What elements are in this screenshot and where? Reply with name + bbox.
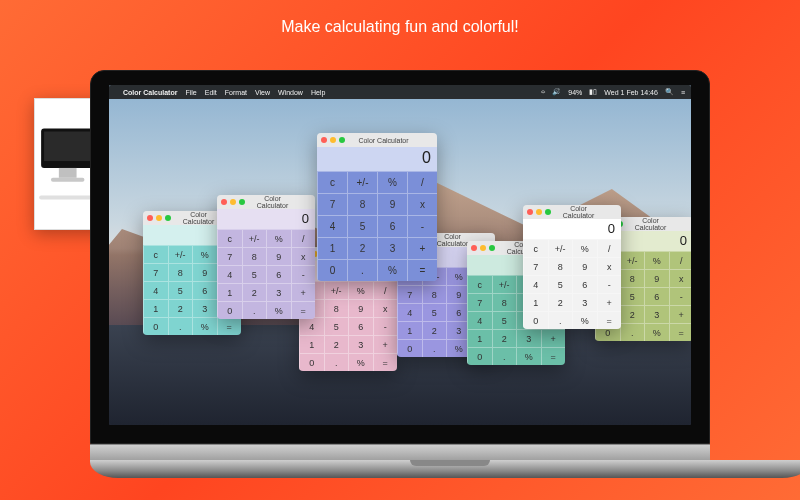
key-d2[interactable]: 2 bbox=[620, 305, 645, 323]
key-divide[interactable]: / bbox=[597, 239, 622, 257]
zoom-icon[interactable] bbox=[339, 137, 345, 143]
key-d3[interactable]: 3 bbox=[516, 329, 541, 347]
key-d4[interactable]: 4 bbox=[523, 275, 548, 293]
notification-center-icon[interactable]: ≡ bbox=[681, 89, 685, 96]
key-d7[interactable]: 7 bbox=[317, 193, 347, 215]
calculator-window-blue[interactable]: Color Calculator 0 c+/-%/789x456-123+0.%… bbox=[317, 133, 437, 281]
key-divide[interactable]: / bbox=[373, 281, 398, 299]
key-clear[interactable]: c bbox=[217, 229, 242, 247]
key-d8[interactable]: 8 bbox=[347, 193, 377, 215]
key-d3[interactable]: 3 bbox=[644, 305, 669, 323]
key-d2[interactable]: 2 bbox=[242, 283, 267, 301]
key-d4[interactable]: 4 bbox=[217, 265, 242, 283]
key-d5[interactable]: 5 bbox=[548, 275, 573, 293]
key-d1[interactable]: 1 bbox=[397, 321, 422, 339]
key-d2[interactable]: 2 bbox=[492, 329, 517, 347]
minimize-icon[interactable] bbox=[536, 209, 542, 215]
key-decimal[interactable]: . bbox=[324, 353, 349, 371]
minimize-icon[interactable] bbox=[330, 137, 336, 143]
key-d0[interactable]: 0 bbox=[317, 259, 347, 281]
key-sign[interactable]: +/- bbox=[324, 281, 349, 299]
key-d5[interactable]: 5 bbox=[168, 281, 193, 299]
key-percent[interactable]: % bbox=[266, 301, 291, 319]
key-minus[interactable]: - bbox=[669, 287, 692, 305]
key-d8[interactable]: 8 bbox=[324, 299, 349, 317]
key-d9[interactable]: 9 bbox=[377, 193, 407, 215]
calculator-window-white[interactable]: Color Calculator 0 c+/-%/789x456-123+0.%… bbox=[523, 205, 621, 329]
key-clear[interactable]: c bbox=[523, 239, 548, 257]
key-d0[interactable]: 0 bbox=[143, 317, 168, 335]
key-d2[interactable]: 2 bbox=[347, 237, 377, 259]
menu-edit[interactable]: Edit bbox=[205, 89, 217, 96]
key-d4[interactable]: 4 bbox=[467, 311, 492, 329]
key-d0[interactable]: 0 bbox=[217, 301, 242, 319]
calculator-window-lavender[interactable]: Color Calculator 0 c+/-%/789x456-123+0.%… bbox=[217, 195, 315, 319]
key-sign[interactable]: +/- bbox=[548, 239, 573, 257]
key-d0[interactable]: 0 bbox=[299, 353, 324, 371]
minimize-icon[interactable] bbox=[156, 215, 162, 221]
key-multiply[interactable]: x bbox=[291, 247, 316, 265]
key-d0[interactable]: 0 bbox=[397, 339, 422, 357]
key-d8[interactable]: 8 bbox=[422, 285, 447, 303]
menubar-clock[interactable]: Wed 1 Feb 14:46 bbox=[604, 89, 658, 96]
key-plus[interactable]: + bbox=[669, 305, 692, 323]
key-d2[interactable]: 2 bbox=[324, 335, 349, 353]
menu-help[interactable]: Help bbox=[311, 89, 325, 96]
key-d4[interactable]: 4 bbox=[317, 215, 347, 237]
key-d9[interactable]: 9 bbox=[572, 257, 597, 275]
key-clear[interactable]: c bbox=[317, 171, 347, 193]
key-equals[interactable]: = bbox=[291, 301, 316, 319]
key-d0[interactable]: 0 bbox=[523, 311, 548, 329]
key-d9[interactable]: 9 bbox=[192, 263, 217, 281]
key-minus[interactable]: - bbox=[407, 215, 437, 237]
key-sign[interactable]: +/- bbox=[492, 275, 517, 293]
key-equals[interactable]: = bbox=[669, 323, 692, 341]
menu-window[interactable]: Window bbox=[278, 89, 303, 96]
key-d3[interactable]: 3 bbox=[377, 237, 407, 259]
key-d1[interactable]: 1 bbox=[317, 237, 347, 259]
key-d9[interactable]: 9 bbox=[644, 269, 669, 287]
key-percent[interactable]: % bbox=[348, 281, 373, 299]
key-d8[interactable]: 8 bbox=[548, 257, 573, 275]
close-icon[interactable] bbox=[321, 137, 327, 143]
key-d3[interactable]: 3 bbox=[266, 283, 291, 301]
key-d6[interactable]: 6 bbox=[572, 275, 597, 293]
minimize-icon[interactable] bbox=[480, 245, 486, 251]
key-minus[interactable]: - bbox=[291, 265, 316, 283]
key-clear[interactable]: c bbox=[143, 245, 168, 263]
key-d6[interactable]: 6 bbox=[644, 287, 669, 305]
key-d1[interactable]: 1 bbox=[467, 329, 492, 347]
key-d7[interactable]: 7 bbox=[397, 285, 422, 303]
battery-icon[interactable]: ▮▯ bbox=[589, 88, 597, 96]
key-d9[interactable]: 9 bbox=[266, 247, 291, 265]
key-d8[interactable]: 8 bbox=[492, 293, 517, 311]
menu-view[interactable]: View bbox=[255, 89, 270, 96]
key-minus[interactable]: - bbox=[373, 317, 398, 335]
key-d0[interactable]: 0 bbox=[467, 347, 492, 365]
key-percent[interactable]: % bbox=[348, 353, 373, 371]
key-percent[interactable]: % bbox=[377, 259, 407, 281]
key-d5[interactable]: 5 bbox=[324, 317, 349, 335]
key-clear[interactable]: c bbox=[467, 275, 492, 293]
key-d6[interactable]: 6 bbox=[192, 281, 217, 299]
zoom-icon[interactable] bbox=[239, 199, 245, 205]
close-icon[interactable] bbox=[221, 199, 227, 205]
menu-file[interactable]: File bbox=[185, 89, 196, 96]
key-d2[interactable]: 2 bbox=[422, 321, 447, 339]
key-d2[interactable]: 2 bbox=[548, 293, 573, 311]
key-percent[interactable]: % bbox=[192, 317, 217, 335]
key-d5[interactable]: 5 bbox=[620, 287, 645, 305]
key-plus[interactable]: + bbox=[541, 329, 566, 347]
key-sign[interactable]: +/- bbox=[168, 245, 193, 263]
key-decimal[interactable]: . bbox=[347, 259, 377, 281]
window-titlebar[interactable]: Color Calculator bbox=[317, 133, 437, 147]
key-decimal[interactable]: . bbox=[492, 347, 517, 365]
key-d4[interactable]: 4 bbox=[143, 281, 168, 299]
close-icon[interactable] bbox=[147, 215, 153, 221]
key-d6[interactable]: 6 bbox=[377, 215, 407, 237]
key-d8[interactable]: 8 bbox=[168, 263, 193, 281]
key-d1[interactable]: 1 bbox=[143, 299, 168, 317]
key-equals[interactable]: = bbox=[541, 347, 566, 365]
key-equals[interactable]: = bbox=[597, 311, 622, 329]
key-equals[interactable]: = bbox=[217, 317, 242, 335]
